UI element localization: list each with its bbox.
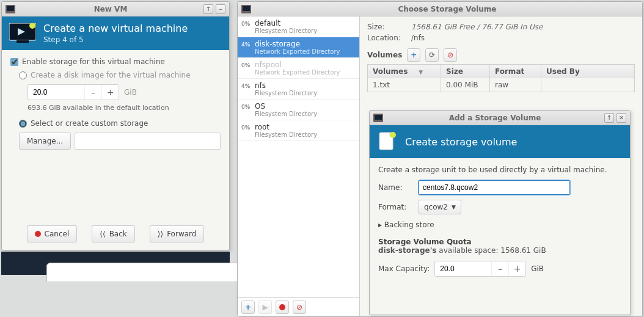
svg-point-12 <box>390 132 396 138</box>
enable-storage-checkbox[interactable] <box>10 58 18 66</box>
name-label: Name: <box>378 183 412 192</box>
add-volume-button[interactable]: + <box>407 48 420 62</box>
monitor-icon <box>9 23 36 44</box>
volume-name-input[interactable] <box>419 180 570 195</box>
svg-rect-4 <box>16 40 29 43</box>
back-button[interactable]: ⟨⟨Back <box>92 225 135 242</box>
disk-size-stepper[interactable]: – + <box>27 84 119 100</box>
decrement-button[interactable]: – <box>84 85 101 100</box>
increment-button[interactable]: + <box>508 261 525 276</box>
pool-type: Filesystem Directory <box>255 90 317 97</box>
pool-item-root[interactable]: 0%rootFilesystem Directory <box>238 120 359 141</box>
pool-type: Network Exported Directory <box>255 69 340 76</box>
table-header[interactable]: Volumes▼ Size Format Used By <box>368 65 634 78</box>
window-title: Add a Storage Volume <box>388 114 602 122</box>
banner-title: Create storage volume <box>405 136 517 148</box>
document-icon <box>377 131 398 152</box>
pool-type: Filesystem Directory <box>255 27 317 34</box>
format-label: Format: <box>378 203 412 211</box>
volumes-label: Volumes <box>367 51 402 59</box>
pin-up-icon[interactable]: ↑ <box>604 113 614 123</box>
window-title: Choose Storage Volume <box>256 5 639 13</box>
svg-rect-1 <box>7 6 14 11</box>
volumes-table: Volumes▼ Size Format Used By 1.txt 0.00 … <box>367 64 635 92</box>
cancel-button[interactable]: Cancel <box>27 225 78 242</box>
pool-item-disk-storage[interactable]: 4%disk-storageNetwork Exported Directory <box>238 37 359 58</box>
format-combo[interactable]: qcow2 ▼ <box>419 200 461 214</box>
pool-item-nfspool[interactable]: 0%nfspoolNetwork Exported Directory <box>238 58 359 79</box>
custom-storage-path-field[interactable] <box>75 133 221 150</box>
pool-name: root <box>255 123 317 131</box>
forward-button[interactable]: ⟩⟩Forward <box>150 225 205 242</box>
pool-percent: 0% <box>241 60 255 68</box>
add-storage-volume-window: Add a Storage Volume ↑ ✕ Create storage … <box>369 110 631 315</box>
max-capacity-label: Max Capacity: <box>378 264 430 273</box>
pool-item-nfs[interactable]: 4%nfsFilesystem Directory <box>238 79 359 100</box>
disk-size-input[interactable] <box>28 88 84 97</box>
pool-type: Network Exported Directory <box>255 48 340 55</box>
banner-title: Create a new virtual machine <box>43 23 188 34</box>
pool-percent: 0% <box>241 19 255 27</box>
delete-volume-button[interactable]: ⊘ <box>444 48 457 62</box>
pool-percent: 4% <box>241 40 255 48</box>
pool-name: disk-storage <box>255 40 340 48</box>
decrement-button[interactable]: – <box>491 261 508 276</box>
titlebar[interactable]: New VM ↑ – <box>2 2 229 16</box>
banner-step: Step 4 of 5 <box>43 35 188 44</box>
banner: Create storage volume <box>370 125 630 158</box>
create-disk-label: Create a disk image for the virtual mach… <box>31 71 191 79</box>
window-title: New VM <box>20 5 201 13</box>
manage-button[interactable]: Manage... <box>19 133 71 150</box>
custom-storage-radio[interactable] <box>19 120 27 128</box>
start-pool-button[interactable]: ▶ <box>258 301 272 314</box>
close-icon[interactable]: – <box>216 4 225 14</box>
titlebar[interactable]: Add a Storage Volume ↑ ✕ <box>370 111 630 125</box>
forward-icon: ⟩⟩ <box>158 230 163 238</box>
table-row[interactable]: 1.txt 0.00 MiB raw <box>368 78 634 92</box>
quota-title: Storage Volume Quota <box>378 238 621 246</box>
enable-storage-label: Enable storage for this virtual machine <box>22 57 165 66</box>
sort-caret-icon[interactable]: ▼ <box>419 69 423 75</box>
create-disk-radio[interactable] <box>19 71 27 79</box>
chevron-down-icon: ▼ <box>452 204 456 210</box>
refresh-volumes-button[interactable]: ⟳ <box>425 48 439 62</box>
backing-store-expander[interactable]: ▸ Backing store <box>378 220 621 229</box>
pool-item-default[interactable]: 0%defaultFilesystem Directory <box>238 16 359 37</box>
max-capacity-stepper[interactable]: – + <box>434 261 526 277</box>
wizard-banner: Create a new virtual machine Step 4 of 5 <box>2 16 229 50</box>
pool-item-OS[interactable]: 0%OSFilesystem Directory <box>238 100 359 120</box>
pool-name: nfs <box>255 81 317 90</box>
pool-type: Filesystem Directory <box>255 111 317 117</box>
pool-name: default <box>255 19 317 27</box>
available-space-hint: 693.6 GiB available in the default locat… <box>27 104 221 112</box>
size-value: 1568.61 GiB Free / 76.77 GiB In Use <box>411 23 543 31</box>
pool-percent: 0% <box>241 102 255 110</box>
increment-button[interactable]: + <box>101 85 119 100</box>
stop-icon <box>35 231 41 237</box>
pool-name: nfspool <box>255 60 340 69</box>
max-capacity-input[interactable] <box>435 264 491 273</box>
location-value: /nfs <box>411 34 425 42</box>
svg-rect-7 <box>243 6 250 11</box>
size-label: Size: <box>367 23 406 31</box>
location-label: Location: <box>367 34 406 42</box>
add-pool-button[interactable]: + <box>241 301 255 314</box>
triangle-right-icon: ▸ <box>378 220 382 229</box>
intro-text: Create a storage unit to be used directl… <box>378 166 621 174</box>
back-icon: ⟨⟨ <box>100 230 105 238</box>
disk-size-unit: GiB <box>124 88 137 97</box>
pool-percent: 0% <box>241 123 255 131</box>
max-capacity-unit: GiB <box>531 264 544 273</box>
app-icon <box>241 5 251 13</box>
new-vm-window: New VM ↑ – Create a new virtual machine … <box>1 1 230 250</box>
custom-storage-label: Select or create custom storage <box>31 119 148 128</box>
titlebar[interactable]: Choose Storage Volume <box>238 2 642 16</box>
pool-name: OS <box>255 102 317 111</box>
pin-up-icon[interactable]: ↑ <box>203 4 213 14</box>
delete-pool-button[interactable]: ⊘ <box>293 301 306 314</box>
quota-line: disk-storage's available space: 1568.61 … <box>378 246 621 255</box>
app-icon <box>5 5 15 13</box>
close-icon[interactable]: ✕ <box>617 113 626 123</box>
stop-pool-button[interactable] <box>276 301 289 314</box>
pool-percent: 4% <box>241 81 255 89</box>
